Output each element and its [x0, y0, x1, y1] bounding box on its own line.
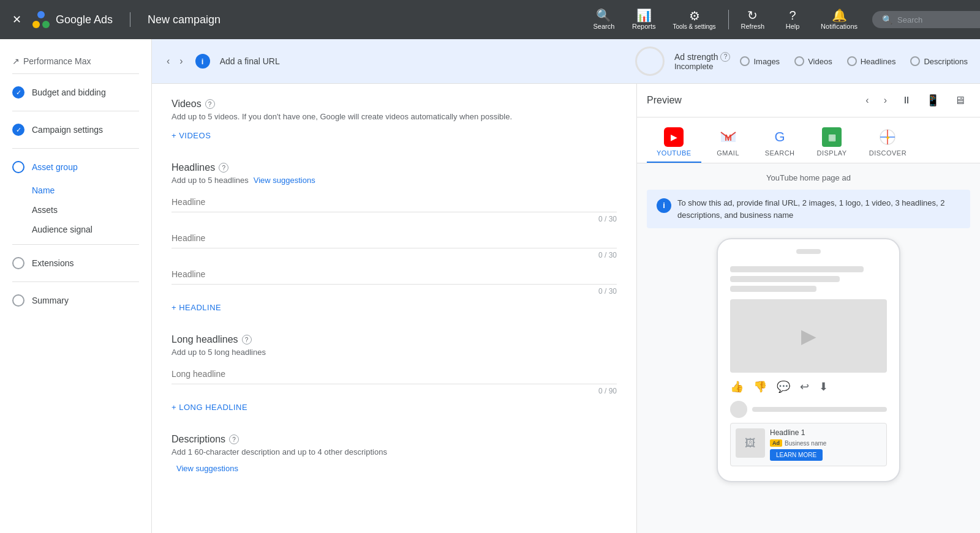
videos-section-title: Videos ? — [172, 99, 617, 110]
prev-asset-button[interactable]: ‹ — [164, 53, 172, 69]
add-long-headline-label: + LONG HEADLINE — [172, 403, 247, 412]
preview-header: Preview ‹ › ⏸ 📱 🖥 — [637, 84, 980, 117]
help-nav-button[interactable]: ? Help — [774, 4, 811, 35]
video-actions: 👍 👎 💬 ↩ ⬇ — [730, 378, 887, 396]
long-headlines-title-text: Long headlines — [172, 334, 238, 345]
channel-tab-discover[interactable]: ✦ DISCOVER — [859, 122, 916, 163]
preview-mobile-button[interactable]: 📱 — [921, 91, 944, 110]
ad-thumbnail: 🖼 — [736, 428, 765, 458]
videos-description: Add up to 5 videos. If you don't have on… — [172, 112, 617, 121]
comment-icon: 💬 — [777, 380, 790, 393]
final-url-text: Add a final URL — [220, 56, 625, 66]
notifications-nav-button[interactable]: 🔔 Notifications — [813, 4, 865, 35]
sidebar-item-asset-group[interactable]: Asset group — [0, 154, 151, 181]
display-icon: ▦ — [822, 127, 842, 147]
ad-card-content: Headline 1 Ad Business name LEARN MORE — [770, 428, 881, 461]
checklist-images: Images — [740, 56, 780, 66]
checklist-headlines: Headlines — [847, 56, 896, 66]
help-nav-label: Help — [786, 23, 800, 30]
info-icon: i — [195, 54, 210, 69]
channel-name-bar — [752, 407, 887, 412]
sidebar-item-extensions[interactable]: Extensions — [0, 250, 151, 277]
headline-input-2[interactable] — [172, 228, 617, 248]
channel-tab-search[interactable]: G SEARCH — [755, 122, 805, 163]
headline-input-3[interactable] — [172, 264, 617, 285]
sidebar-sub-item-assets[interactable]: Assets — [32, 200, 151, 220]
headlines-title-text: Headlines — [172, 162, 215, 173]
add-videos-button[interactable]: + VIDEOS — [172, 129, 211, 143]
sidebar-sub-item-audience[interactable]: Audience signal — [32, 220, 151, 239]
notifications-nav-label: Notifications — [821, 23, 858, 30]
channel-tabs: ▶ YOUTUBE M GM — [637, 117, 980, 163]
form-panel: Videos ? Add up to 5 videos. If you don'… — [152, 84, 637, 533]
sub-item-audience-label: Audience signal — [32, 225, 92, 234]
preview-content: YouTube home page ad i To show this ad, … — [637, 163, 980, 492]
main-content: ‹ › i Add a final URL Ad strength ? Inco… — [152, 39, 980, 533]
sidebar-item-summary[interactable]: Summary — [0, 287, 151, 314]
placeholder-bar-1 — [730, 266, 864, 272]
headlines-description: Add up to 5 headlines — [172, 176, 249, 185]
headline-input-1[interactable] — [172, 192, 617, 212]
descriptions-help-icon[interactable]: ? — [229, 434, 239, 444]
reports-nav-button[interactable]: 📊 Reports — [625, 4, 663, 35]
refresh-nav-label: Refresh — [741, 23, 765, 30]
headline-1-char-count: 0 / 30 — [172, 215, 617, 223]
placeholder-bar-2 — [730, 276, 840, 282]
sidebar-item-budget[interactable]: ✓ Budget and bidding — [0, 79, 151, 106]
add-long-headline-button[interactable]: + LONG HEADLINE — [172, 400, 247, 414]
sidebar-campaign-type-label: Performance Max — [23, 56, 91, 66]
headlines-check-circle — [847, 56, 857, 66]
videos-help-icon[interactable]: ? — [205, 99, 215, 109]
long-headline-1-char-count: 0 / 90 — [172, 387, 617, 395]
close-button[interactable]: ✕ — [10, 10, 24, 29]
sidebar-budget-label: Budget and bidding — [32, 88, 106, 97]
preview-desktop-button[interactable]: 🖥 — [949, 92, 970, 110]
descriptions-check-circle — [910, 56, 920, 66]
long-headline-input-1[interactable] — [172, 364, 617, 384]
ad-card-headline: Headline 1 — [770, 428, 881, 437]
ad-strength-navigation: ‹ › — [164, 53, 186, 69]
view-suggestions-link-headlines[interactable]: View suggestions — [254, 176, 315, 185]
preview-prev-button[interactable]: ‹ — [861, 92, 873, 108]
channel-tab-youtube[interactable]: ▶ YOUTUBE — [647, 122, 701, 163]
reports-icon: 📊 — [636, 9, 652, 21]
ad-cta-button[interactable]: LEARN MORE — [770, 449, 823, 461]
refresh-nav-button[interactable]: ↻ Refresh — [734, 4, 772, 35]
view-suggestions-link-descriptions[interactable]: View suggestions — [176, 464, 617, 473]
long-headlines-help-icon[interactable]: ? — [242, 335, 252, 345]
headline-2-char-count: 0 / 30 — [172, 251, 617, 259]
images-check-circle — [740, 56, 750, 66]
discover-tab-label: DISCOVER — [869, 149, 907, 157]
placeholder-bar-3 — [730, 286, 816, 292]
channel-tab-gmail[interactable]: M GMAIL — [704, 122, 753, 163]
top-search-bar[interactable]: 🔍 Search — [872, 11, 980, 28]
youtube-tab-label: YOUTUBE — [657, 149, 692, 157]
nav-divider — [130, 12, 130, 27]
checklist-videos: Videos — [794, 56, 832, 66]
search-nav-label: Search — [594, 23, 615, 30]
asset-group-status-icon — [12, 161, 24, 173]
sidebar-divider-4 — [12, 244, 139, 245]
sidebar-divider-1 — [12, 73, 139, 74]
tools-nav-button[interactable]: ⚙ Tools & settings — [666, 5, 723, 35]
next-asset-button[interactable]: › — [177, 53, 185, 69]
svg-point-2 — [37, 11, 45, 18]
preview-next-button[interactable]: › — [879, 92, 892, 108]
svg-point-0 — [32, 21, 40, 28]
sidebar-extensions-label: Extensions — [32, 258, 74, 268]
sidebar-item-campaign-settings[interactable]: ✓ Campaign settings — [0, 116, 151, 143]
add-headline-button[interactable]: + HEADLINE — [172, 300, 221, 315]
svg-text:G: G — [775, 129, 785, 144]
channel-tab-display[interactable]: ▦ DISPLAY — [807, 122, 857, 163]
content-area: Videos ? Add up to 5 videos. If you don'… — [152, 84, 980, 533]
sidebar-sub-item-name[interactable]: Name — [32, 181, 151, 200]
preview-pause-button[interactable]: ⏸ — [897, 92, 916, 108]
ad-strength-help-icon[interactable]: ? — [720, 52, 730, 62]
ad-badge: Ad — [770, 439, 782, 447]
headlines-help-icon[interactable]: ? — [219, 163, 228, 173]
ad-strength-info: Ad strength ? Incomplete — [674, 52, 731, 71]
headlines-label: Headlines — [861, 57, 896, 66]
sidebar-divider-3 — [12, 148, 139, 149]
dislike-icon: 👎 — [753, 380, 767, 393]
search-nav-button[interactable]: 🔍 Search — [586, 4, 622, 35]
